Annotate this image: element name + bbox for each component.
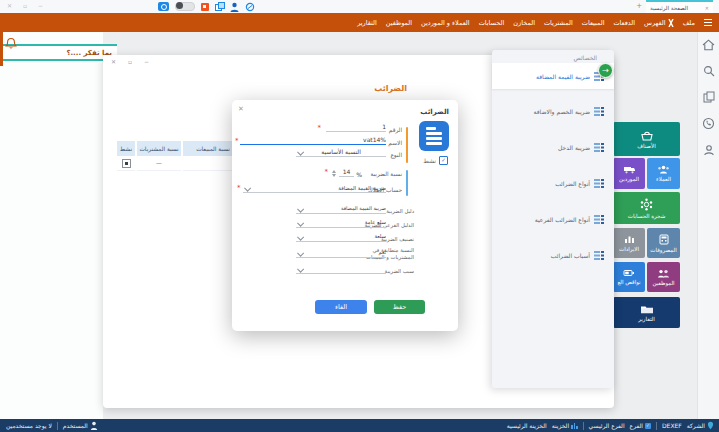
tab-home-label: الصفحة الرئيسية [650,5,688,11]
panel-item-tax-types[interactable]: أنواع الضرائب [492,165,614,201]
menu-payments[interactable]: الدفعات [613,19,635,27]
branch-status-item[interactable]: ✓ الفرع [630,422,651,429]
required-marker: * [235,137,239,145]
tile-expenses[interactable]: المصروفات [647,228,680,258]
reason-select[interactable] [296,264,386,274]
menu-sales[interactable]: المبيعات [582,19,605,27]
search-icon[interactable] [703,65,715,77]
treasury-icon [571,423,578,429]
people-icon [657,165,670,174]
panel-item-tax-subtypes[interactable]: أنواع الضرائب الفرعية [492,201,614,237]
percent-sign: % [356,171,362,178]
cancel-button[interactable]: الغاء [315,300,367,314]
link-icon[interactable] [245,2,255,12]
match-select[interactable]: نعم [296,248,386,258]
chevron-down-icon [297,234,303,240]
company-value: DEXEF [662,422,682,429]
menu-accounts[interactable]: الحسابات [479,19,505,27]
tile-shortage[interactable]: نواقص الع [613,262,645,292]
documents-icon[interactable] [703,91,715,103]
user-icon[interactable] [230,2,239,12]
name-input[interactable]: vat14% [240,135,386,145]
quick-search-icon[interactable] [158,2,169,11]
chevron-down-icon [297,206,303,212]
number-field-label: الرقم [389,127,402,133]
taxes-window-maximize-button[interactable]: ▫ [128,58,132,65]
ribbon-icon [668,19,674,27]
tile-items[interactable]: الأصناف [613,122,680,156]
type-select[interactable]: النسبة الأساسية [296,147,386,157]
treasury-status-item[interactable]: الخزينة [552,422,578,429]
app-shortcut-icon[interactable] [201,3,209,11]
list-icon [594,143,604,152]
menu-file[interactable]: ملف [683,19,695,27]
active-checkbox-group[interactable]: ✓ نشط [423,156,448,165]
open-arrow-icon[interactable]: → [598,63,613,78]
tab-close-icon[interactable]: ✕ [705,5,709,11]
required-marker: * [237,184,241,192]
right-toolbar [697,32,719,419]
think-prompt-banner[interactable]: بما تفكر ....؟ [0,44,117,61]
active-checkbox[interactable]: ✓ [439,156,448,165]
tile-suppliers[interactable]: الموردين [613,158,645,189]
rate-stepper[interactable] [332,170,336,177]
tile-customers[interactable]: العملاء [647,158,680,189]
panel-item-tax-reasons[interactable]: أسباب الضرائب [492,237,614,273]
app-restore-button[interactable]: ▫ [23,2,27,9]
account-select[interactable]: ضريبة القيمة المضافة [243,183,386,193]
main-menubar: ملف الفهرس الدفعات المبيعات المشتريات ال… [0,13,719,32]
tile-revenues[interactable]: الايرادات [613,228,645,258]
menu-purchases[interactable]: المشتريات [544,19,573,27]
app-close-button[interactable]: ✕ [7,2,12,9]
properties-panel-title: الخصائص [492,50,614,63]
panel-item-vat[interactable]: ضريبة القيمة المضافة [492,63,614,89]
supplier-truck-icon [623,165,636,174]
menu-employees[interactable]: الموظفين [386,19,412,27]
home-icon[interactable] [702,39,715,51]
sub-guide-select[interactable]: سلع عامة [296,218,386,228]
taxes-window-close-button[interactable]: ✕ [111,58,116,65]
tile-reports[interactable]: التقارير [613,297,680,328]
panel-item-withholding-tax[interactable]: ضريبة الخصم والاضافة [492,93,614,129]
rate-input[interactable]: 14 [339,167,354,177]
menu-warehouses[interactable]: المخازن [513,19,535,27]
company-status-item[interactable]: الشركة [687,421,714,430]
panel-item-income-tax[interactable]: ضريبة الدخل [492,129,614,165]
menu-reports[interactable]: التقارير [357,19,377,27]
active-checkbox-label: نشط [423,157,436,164]
tile-employees[interactable]: الموظفين [647,262,680,292]
save-button[interactable]: حفظ [374,300,425,314]
tile-accounts-tree[interactable]: شجرة الحسابات [613,192,680,224]
separator [57,422,58,430]
name-field-label: الاسم [388,140,402,146]
chevron-down-icon [297,149,303,155]
table-row[interactable]: — [117,156,243,171]
taxes-window-minimize-button[interactable]: − [144,58,149,65]
hamburger-menu-icon[interactable] [704,19,712,26]
guide-select[interactable]: ضريبة القيمة المضافة [296,204,386,214]
row-active-checkbox[interactable] [122,159,131,168]
theme-toggle[interactable] [175,2,195,11]
column-header-active[interactable]: نشط [117,141,135,156]
shortage-box-icon [623,269,635,277]
list-icon [594,107,604,116]
user-status-item[interactable]: المستخدم [63,421,98,430]
copy-layers-icon[interactable] [215,2,224,11]
menu-index[interactable]: الفهرس [644,19,674,27]
left-accent-strip [0,32,3,66]
whatsapp-icon[interactable] [702,117,715,130]
blue-accent-bar [406,170,409,196]
notifications-bell-icon[interactable] [5,35,17,54]
tab-home[interactable]: ✕ الصفحة الرئيسية [646,0,713,13]
column-header-purchase-rate[interactable]: نسبة المشتريات [137,141,181,156]
number-input[interactable]: 1 [326,122,386,132]
branch-value: الفرع الرئيسي [589,422,625,429]
new-tab-button[interactable]: + [636,2,642,10]
classification-select[interactable]: سلعة [296,232,386,242]
dialog-close-icon[interactable]: ✕ [238,105,244,113]
user-status-icon [90,421,98,430]
app-minimize-button[interactable]: − [38,2,43,9]
profile-icon[interactable] [703,144,715,156]
menu-customers-suppliers[interactable]: العملاء و الموردين [421,19,470,27]
tax-edit-dialog: ✕ الضرائب ✓ نشط الرقم 1 * الاسم vat14% *… [232,100,458,331]
